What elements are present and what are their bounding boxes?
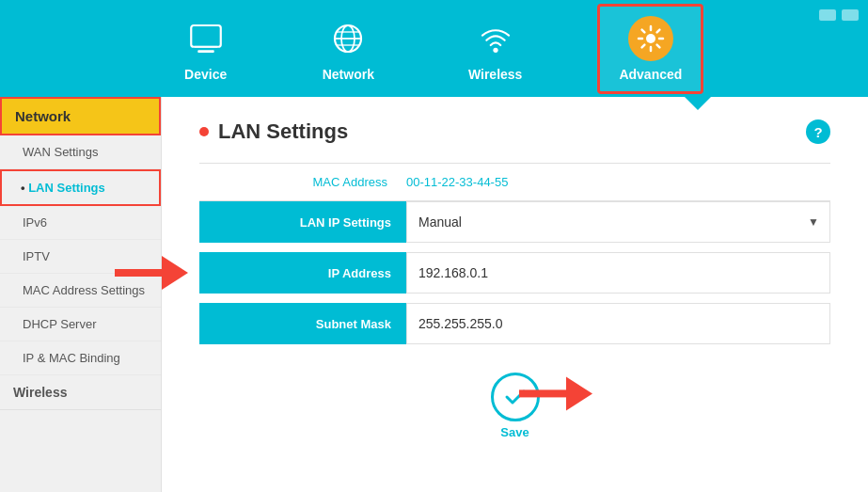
form-section: MAC Address 00-11-22-33-44-55 LAN IP Set… xyxy=(199,163,830,344)
sidebar-section-network: Network xyxy=(0,97,161,135)
subnet-mask-input[interactable] xyxy=(406,303,830,344)
window-btn-2 xyxy=(842,9,859,21)
save-area: Save xyxy=(199,354,830,439)
help-icon[interactable]: ? xyxy=(806,119,830,144)
sidebar: Network WAN Settings LAN Settings IPv6 I… xyxy=(0,97,162,492)
sidebar-item-wan-settings[interactable]: WAN Settings xyxy=(0,135,161,169)
device-label: Device xyxy=(184,67,227,82)
sidebar-item-ipv6[interactable]: IPv6 xyxy=(0,206,161,240)
ip-address-label: IP Address xyxy=(199,252,406,294)
device-icon xyxy=(183,16,229,61)
svg-rect-0 xyxy=(191,25,221,47)
subnet-mask-label: Subnet Mask xyxy=(199,303,406,344)
lan-ip-settings-row: LAN IP Settings Manual Auto ▼ xyxy=(199,201,830,243)
subnet-mask-row: Subnet Mask xyxy=(199,303,830,344)
page-title: LAN Settings xyxy=(218,119,348,144)
nav-item-advanced[interactable]: Advanced xyxy=(597,4,703,94)
red-arrow-ip xyxy=(115,256,188,290)
window-controls xyxy=(819,9,859,21)
mac-address-value: 00-11-22-33-44-55 xyxy=(406,175,508,189)
nav-item-network[interactable]: Network xyxy=(304,7,393,91)
nav-item-wireless[interactable]: Wireless xyxy=(450,7,541,91)
wireless-label: Wireless xyxy=(468,67,522,82)
red-arrow-save xyxy=(519,376,592,410)
sidebar-wireless-section: Wireless xyxy=(0,375,161,410)
lan-ip-label: LAN IP Settings xyxy=(199,201,406,243)
nav-arrow xyxy=(685,97,711,110)
svg-rect-1 xyxy=(197,50,214,53)
advanced-label: Advanced xyxy=(619,67,682,82)
main-layout: Network WAN Settings LAN Settings IPv6 I… xyxy=(0,97,868,492)
nav-item-device[interactable]: Device xyxy=(165,7,247,91)
lan-ip-select[interactable]: Manual Auto xyxy=(406,201,830,243)
network-label: Network xyxy=(323,67,374,82)
sidebar-item-dhcp-server[interactable]: DHCP Server xyxy=(0,308,161,341)
svg-point-9 xyxy=(646,34,655,43)
advanced-icon-wrapper xyxy=(628,16,673,61)
lan-ip-select-wrapper: Manual Auto ▼ xyxy=(406,201,830,243)
ip-address-input[interactable] xyxy=(406,252,830,294)
mac-address-row: MAC Address 00-11-22-33-44-55 xyxy=(199,164,830,201)
page-title-row: LAN Settings ? xyxy=(199,119,830,144)
title-dot xyxy=(199,127,209,136)
sidebar-section-network-label: Network xyxy=(15,108,71,124)
ip-address-row: IP Address xyxy=(199,252,830,294)
network-icon xyxy=(325,16,371,61)
sidebar-item-ip-mac-binding[interactable]: IP & MAC Binding xyxy=(0,341,161,375)
wireless-icon xyxy=(473,16,518,61)
window-btn-1 xyxy=(819,9,836,21)
mac-address-label: MAC Address xyxy=(199,175,406,189)
advanced-icon-circle xyxy=(628,16,673,61)
save-label: Save xyxy=(500,425,529,439)
sidebar-item-lan-settings[interactable]: LAN Settings xyxy=(0,169,161,206)
svg-point-8 xyxy=(493,47,497,52)
content-area: LAN Settings ? MAC Address 00-11-22-33-4… xyxy=(162,97,868,492)
top-navigation: Device Network Wireless xyxy=(0,0,868,97)
